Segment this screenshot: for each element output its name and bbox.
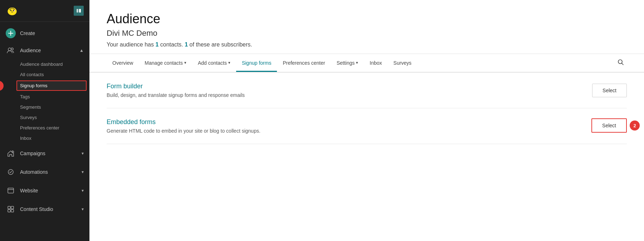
tab-signup-forms[interactable]: Signup forms [236, 55, 277, 72]
content-studio-label: Content Studio [20, 206, 53, 212]
tab-preferences-center[interactable]: Preferences center [277, 55, 331, 72]
svg-rect-5 [77, 9, 78, 13]
sidebar-item-preferences-center[interactable]: Preferences center [0, 123, 89, 133]
sidebar-item-create[interactable]: Create [0, 25, 89, 42]
tab-add-contacts[interactable]: Add contacts ▾ [192, 55, 236, 72]
contacts-count: 1 [155, 41, 158, 48]
sidebar-item-audience-dashboard[interactable]: Audience dashboard [0, 59, 89, 69]
svg-point-7 [8, 48, 11, 51]
svg-point-2 [10, 10, 12, 11]
nav-section-audience: Audience ▲ Audience dashboard All contac… [0, 42, 89, 143]
content-studio-chevron-icon: ▾ [82, 207, 84, 212]
sidebar-item-tags[interactable]: Tags [0, 92, 89, 102]
tabs-bar: Overview Manage contacts ▾ Add contacts … [89, 54, 644, 73]
automations-label: Automations [20, 169, 48, 175]
create-label: Create [20, 30, 35, 36]
sidebar-toggle-button[interactable] [74, 6, 84, 16]
embedded-forms-info: Embedded forms Generate HTML code to emb… [107, 118, 591, 134]
tab-manage-contacts[interactable]: Manage contacts ▾ [139, 55, 192, 72]
nav-section-campaigns: Campaigns ▾ [0, 145, 89, 162]
automations-chevron-icon: ▾ [82, 169, 84, 174]
sidebar-item-campaigns[interactable]: Campaigns ▾ [0, 145, 89, 162]
step-1-badge: 1 [0, 81, 4, 91]
audience-description: Your audience has 1 contacts. 1 of these… [107, 41, 627, 48]
sidebar-item-signup-forms[interactable]: Signup forms [16, 80, 87, 91]
content-area: Form builder Build, design, and translat… [89, 73, 644, 241]
campaigns-icon [6, 148, 16, 158]
svg-point-4 [14, 10, 15, 11]
page-title: Audience [107, 11, 627, 26]
tab-surveys[interactable]: Surveys [388, 55, 418, 72]
nav-section-content-studio: Content Studio ▾ [0, 201, 89, 218]
form-builder-title[interactable]: Form builder [107, 83, 592, 90]
sidebar: Create Audience ▲ Audience dashboard All… [0, 0, 89, 241]
add-contacts-chevron-icon: ▾ [228, 60, 230, 65]
embedded-forms-description: Generate HTML code to embed in your site… [107, 128, 591, 134]
svg-rect-15 [8, 210, 10, 212]
svg-rect-13 [8, 206, 10, 209]
tab-overview[interactable]: Overview [107, 55, 139, 72]
sidebar-header [0, 0, 89, 22]
sidebar-item-surveys[interactable]: Surveys [0, 112, 89, 123]
automations-icon [6, 167, 16, 177]
svg-rect-14 [11, 206, 14, 209]
desc-mid: contacts. [158, 41, 185, 48]
search-icon[interactable] [615, 54, 627, 72]
sidebar-item-inbox[interactable]: Inbox [0, 133, 89, 143]
campaigns-chevron-icon: ▾ [82, 151, 84, 156]
audience-chevron-icon: ▲ [79, 48, 84, 53]
website-label: Website [20, 188, 38, 193]
create-icon [6, 28, 16, 38]
website-chevron-icon: ▾ [82, 188, 84, 193]
audience-name: Divi MC Demo [107, 29, 627, 38]
form-option-form-builder: Form builder Build, design, and translat… [107, 73, 627, 108]
mailchimp-logo [6, 4, 19, 17]
website-icon [6, 186, 16, 196]
subscribers-count: 1 [185, 41, 188, 48]
svg-point-8 [11, 48, 13, 50]
sidebar-item-segments[interactable]: Segments [0, 102, 89, 112]
sidebar-item-automations[interactable]: Automations ▾ [0, 163, 89, 181]
audience-icon [6, 45, 16, 55]
campaigns-label: Campaigns [20, 151, 45, 156]
sidebar-nav: Create Audience ▲ Audience dashboard All… [0, 22, 89, 241]
settings-chevron-icon: ▾ [356, 60, 358, 65]
step-2-badge: 2 [630, 121, 640, 131]
svg-rect-16 [11, 210, 14, 212]
svg-line-18 [622, 63, 624, 65]
main-content: Audience Divi MC Demo Your audience has … [89, 0, 644, 241]
nav-section-automations: Automations ▾ [0, 163, 89, 181]
nav-section-website: Website ▾ [0, 182, 89, 199]
embedded-forms-title[interactable]: Embedded forms [107, 118, 591, 126]
content-studio-icon [6, 204, 16, 214]
tab-inbox[interactable]: Inbox [364, 55, 387, 72]
audience-sub-items: Audience dashboard All contacts 1 Signup… [0, 59, 89, 143]
sidebar-item-audience[interactable]: Audience ▲ [0, 42, 89, 59]
manage-contacts-chevron-icon: ▾ [184, 60, 186, 65]
tab-settings[interactable]: Settings ▾ [331, 55, 364, 72]
audience-section-label: Audience [20, 48, 41, 53]
form-builder-select-button[interactable]: Select [592, 84, 627, 97]
sidebar-item-website[interactable]: Website ▾ [0, 182, 89, 199]
form-builder-info: Form builder Build, design, and translat… [107, 83, 592, 98]
desc-suffix: of these are subscribers. [188, 41, 252, 48]
desc-prefix: Your audience has [107, 41, 155, 48]
sidebar-item-all-contacts[interactable]: All contacts [0, 69, 89, 80]
svg-rect-11 [8, 188, 14, 193]
svg-rect-6 [79, 9, 81, 13]
page-header: Audience Divi MC Demo Your audience has … [89, 0, 644, 54]
form-option-embedded-forms: Embedded forms Generate HTML code to emb… [107, 108, 627, 144]
form-builder-description: Build, design, and translate signup form… [107, 92, 592, 98]
embedded-forms-select-button[interactable]: Select [591, 118, 627, 133]
sidebar-item-content-studio[interactable]: Content Studio ▾ [0, 201, 89, 218]
